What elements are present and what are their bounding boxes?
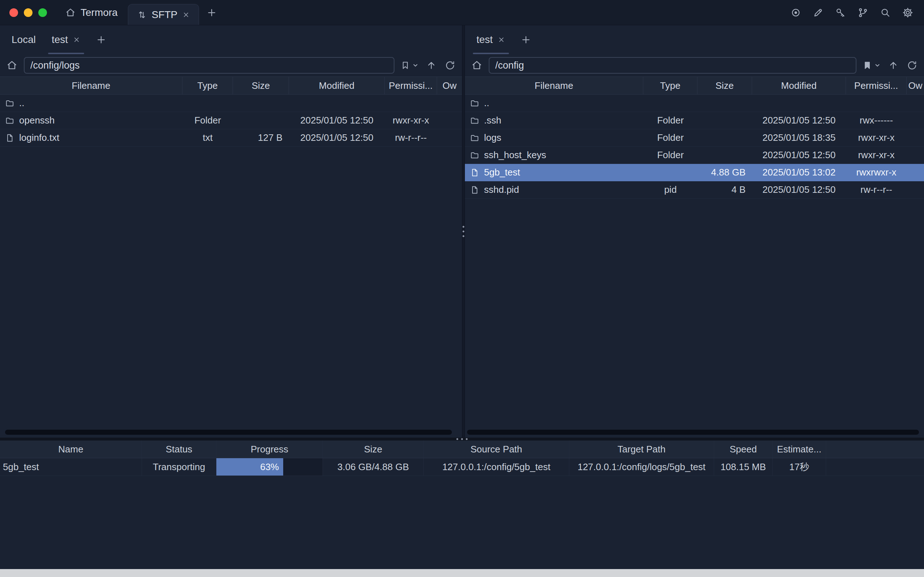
column-status[interactable]: Status	[142, 440, 216, 458]
folder-icon	[470, 133, 479, 143]
table-row[interactable]: sshd.pid pid 4 B 2025/01/05 12:50 rw-r--…	[465, 181, 924, 198]
transfer-target-path: 127.0.0.1:/config/logs/5gb_test	[569, 458, 714, 475]
table-row[interactable]: logs Folder 2025/01/05 18:35 rwxr-xr-x	[465, 129, 924, 147]
tab-local[interactable]: Local	[3, 25, 44, 54]
right-path-input[interactable]	[489, 57, 856, 74]
refresh-icon[interactable]	[444, 59, 456, 71]
owner-cell	[907, 181, 924, 198]
refresh-icon[interactable]	[906, 59, 918, 71]
close-window-button[interactable]	[10, 8, 18, 17]
key-icon[interactable]	[834, 6, 847, 19]
modified-cell: 2025/01/05 12:50	[289, 112, 385, 129]
modified-cell	[752, 95, 846, 111]
column-spacer	[826, 440, 924, 458]
bookmark-button[interactable]	[400, 60, 419, 71]
column-permissions[interactable]: Permissi...	[385, 77, 437, 94]
horizontal-scrollbar-thumb[interactable]	[5, 430, 452, 435]
splitter-grip-icon	[456, 438, 468, 440]
home-icon[interactable]	[6, 59, 18, 71]
column-size[interactable]: Size	[323, 440, 424, 458]
progress-fill: 63%	[216, 458, 283, 475]
owner-cell	[437, 112, 462, 129]
git-branch-icon[interactable]	[857, 6, 869, 19]
column-filename[interactable]: Filename	[0, 77, 182, 94]
column-size[interactable]: Size	[233, 77, 289, 94]
pane-splitter-vertical[interactable]	[462, 25, 465, 438]
column-permissions[interactable]: Permissi...	[846, 77, 907, 94]
settings-gear-icon[interactable]	[901, 6, 914, 19]
add-session-tab-button[interactable]	[89, 25, 114, 54]
close-tab-icon[interactable]	[73, 36, 81, 44]
table-row[interactable]: ssh_host_keys Folder 2025/01/05 12:50 rw…	[465, 147, 924, 164]
bookmark-button[interactable]	[862, 60, 880, 71]
edit-pencil-icon[interactable]	[812, 6, 824, 19]
permissions-cell: rw-r--r--	[846, 181, 907, 198]
column-owner[interactable]: Ow	[437, 77, 462, 94]
record-icon[interactable]	[790, 6, 802, 19]
table-row-selected[interactable]: 5gb_test 4.88 GB 2025/01/05 13:02 rwxrwx…	[465, 164, 924, 181]
column-target-path[interactable]: Target Path	[569, 440, 714, 458]
size-cell	[233, 95, 289, 111]
type-cell: Folder	[643, 147, 698, 164]
tab-sftp[interactable]: SFTP	[128, 4, 199, 25]
chevron-down-icon	[874, 62, 880, 69]
size-cell: 4 B	[698, 181, 752, 198]
home-icon[interactable]	[471, 59, 483, 71]
left-path-actions	[400, 59, 456, 71]
left-table-header: Filename Type Size Modified Permissi... …	[0, 77, 462, 95]
type-cell	[643, 95, 698, 111]
table-row[interactable]: ..	[0, 95, 462, 112]
table-row[interactable]: .ssh Folder 2025/01/05 12:50 rwx------	[465, 112, 924, 129]
transfer-spacer	[826, 458, 924, 475]
horizontal-scrollbar-thumb[interactable]	[467, 430, 919, 435]
parent-directory-icon[interactable]	[887, 59, 900, 71]
progress-label: 63%	[260, 461, 279, 473]
new-tab-button[interactable]	[206, 7, 217, 18]
file-icon	[470, 185, 479, 195]
transfers-splitter-horizontal[interactable]	[0, 438, 924, 440]
column-modified[interactable]: Modified	[752, 77, 846, 94]
permissions-cell	[385, 95, 437, 111]
minimize-window-button[interactable]	[24, 8, 32, 17]
column-owner[interactable]: Ow	[907, 77, 924, 94]
close-tab-icon[interactable]	[182, 11, 190, 19]
transfer-source-path: 127.0.0.1:/config/5gb_test	[424, 458, 569, 475]
chevron-down-icon	[412, 62, 419, 69]
zoom-window-button[interactable]	[38, 8, 47, 17]
transfers-table: Name Status Progress Size Source Path Ta…	[0, 440, 924, 476]
filename: openssh	[19, 115, 55, 126]
table-row[interactable]: ..	[465, 95, 924, 112]
column-estimate[interactable]: Estimate...	[772, 440, 826, 458]
column-type[interactable]: Type	[182, 77, 233, 94]
size-cell: 4.88 GB	[698, 164, 752, 181]
left-path-bar	[0, 54, 462, 77]
type-cell	[643, 164, 698, 181]
table-row[interactable]: loginfo.txt txt 127 B 2025/01/05 12:50 r…	[0, 129, 462, 147]
transfer-name: 5gb_test	[0, 458, 142, 475]
left-path-input[interactable]	[24, 57, 395, 74]
size-cell	[698, 129, 752, 146]
search-icon[interactable]	[879, 6, 892, 19]
add-session-tab-button[interactable]	[513, 25, 539, 54]
column-name[interactable]: Name	[0, 440, 142, 458]
owner-cell	[907, 95, 924, 111]
close-tab-icon[interactable]	[497, 36, 505, 44]
folder-icon	[470, 151, 479, 160]
left-file-table: Filename Type Size Modified Permissi... …	[0, 77, 462, 147]
column-modified[interactable]: Modified	[289, 77, 385, 94]
transfer-row[interactable]: 5gb_test Transporting 63% 3.06 GB/4.88 G…	[0, 458, 924, 476]
table-row[interactable]: openssh Folder 2025/01/05 12:50 rwxr-xr-…	[0, 112, 462, 129]
column-speed[interactable]: Speed	[714, 440, 772, 458]
tab-test-left[interactable]: test	[44, 25, 89, 54]
filename: ssh_host_keys	[484, 150, 546, 161]
column-type[interactable]: Type	[643, 77, 698, 94]
size-cell	[698, 95, 752, 111]
column-filename[interactable]: Filename	[465, 77, 643, 94]
parent-directory-icon[interactable]	[425, 59, 437, 71]
column-source-path[interactable]: Source Path	[424, 440, 569, 458]
owner-cell	[437, 95, 462, 111]
tab-termora[interactable]: Termora	[55, 0, 128, 25]
column-size[interactable]: Size	[698, 77, 752, 94]
column-progress[interactable]: Progress	[216, 440, 323, 458]
tab-test-right[interactable]: test	[469, 25, 513, 54]
